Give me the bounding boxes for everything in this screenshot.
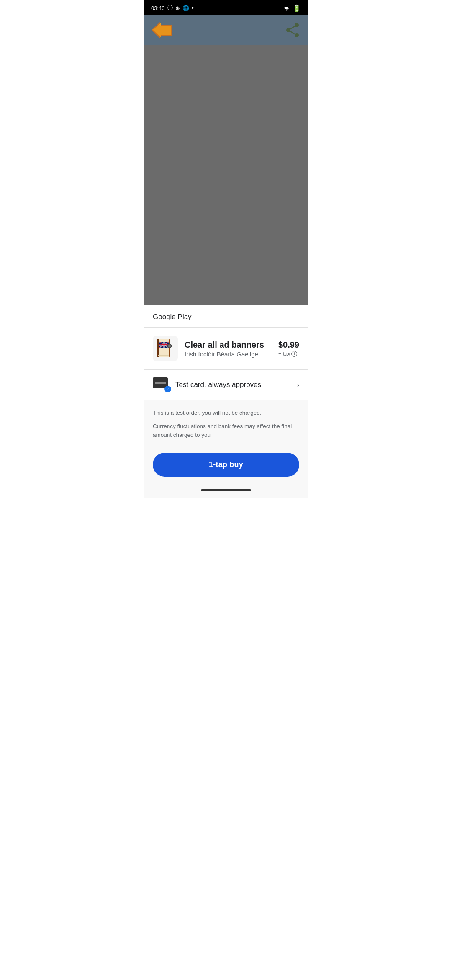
price-amount: $0.99 bbox=[278, 340, 299, 350]
info-icon: ⓘ bbox=[167, 4, 173, 12]
svg-rect-10 bbox=[157, 339, 159, 357]
purchase-sheet: Google Play bbox=[144, 305, 308, 498]
app-topbar bbox=[144, 15, 308, 45]
status-left: 03:40 ⓘ ⊕ 🌐 • bbox=[151, 4, 194, 12]
share-button[interactable] bbox=[284, 22, 301, 39]
time-display: 03:40 bbox=[151, 5, 165, 11]
product-subtitle: Irish foclóir Béarla Gaeilge bbox=[185, 351, 272, 358]
chevron-right-icon: › bbox=[297, 381, 299, 389]
media-icon: ⊕ bbox=[175, 5, 180, 11]
home-bar bbox=[201, 489, 251, 491]
tax-info-icon[interactable]: i bbox=[291, 351, 297, 357]
product-title: Clear all ad banners bbox=[185, 340, 272, 350]
payment-row[interactable]: ✓ Test card, always approves › bbox=[144, 370, 308, 400]
back-button[interactable] bbox=[151, 21, 172, 39]
buy-button-wrap: 1-tap buy bbox=[144, 451, 308, 485]
disclaimer-section: This is a test order, you will not be ch… bbox=[144, 400, 308, 451]
svg-line-6 bbox=[288, 25, 297, 30]
payment-icon-wrap: ✓ bbox=[153, 377, 170, 392]
app-content-area bbox=[144, 45, 308, 305]
product-info: Clear all ad banners Irish foclóir Béarl… bbox=[185, 340, 272, 358]
home-indicator bbox=[144, 485, 308, 498]
svg-rect-22 bbox=[158, 355, 169, 356]
disclaimer-line1: This is a test order, you will not be ch… bbox=[153, 409, 299, 417]
product-icon bbox=[153, 336, 178, 361]
wifi-icon bbox=[282, 5, 290, 11]
svg-point-21 bbox=[168, 345, 171, 347]
dot-icon: • bbox=[192, 4, 194, 12]
status-bar: 03:40 ⓘ ⊕ 🌐 • 🔋 bbox=[144, 0, 308, 15]
gplay-title: Google Play bbox=[153, 313, 192, 321]
battery-icon: 🔋 bbox=[293, 4, 301, 12]
price-tax: + tax i bbox=[278, 351, 299, 357]
disclaimer-line2: Currency fluctuations and bank fees may … bbox=[153, 422, 299, 439]
payment-label: Test card, always approves bbox=[175, 381, 291, 389]
buy-button[interactable]: 1-tap buy bbox=[153, 453, 299, 477]
card-check-icon: ✓ bbox=[164, 386, 171, 392]
product-price: $0.99 + tax i bbox=[278, 340, 299, 357]
globe-icon: 🌐 bbox=[182, 5, 189, 11]
product-row: Clear all ad banners Irish foclóir Béarl… bbox=[144, 328, 308, 370]
gplay-header: Google Play bbox=[144, 305, 308, 328]
status-right: 🔋 bbox=[282, 4, 301, 12]
svg-line-7 bbox=[288, 30, 297, 35]
